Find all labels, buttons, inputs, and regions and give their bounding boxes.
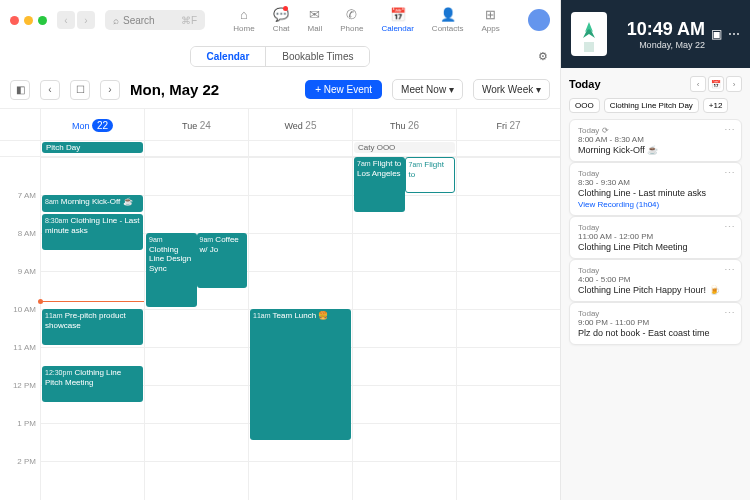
agenda-card[interactable]: ⋯ Today 4:00 - 5:00 PM Clothing Line Pit… [569, 259, 742, 302]
card-more-icon[interactable]: ⋯ [724, 307, 735, 320]
day-header[interactable]: Mon 22 [40, 109, 144, 140]
card-when: Today [578, 223, 733, 232]
agenda-card[interactable]: ⋯ Today 11:00 AM - 12:00 PM Clothing Lin… [569, 216, 742, 259]
picker-prev-button[interactable]: ‹ [40, 80, 60, 100]
agenda-chip[interactable]: Clothing Line Pitch Day [604, 98, 699, 113]
day-header[interactable]: Thu 26 [352, 109, 456, 140]
meet-now-button[interactable]: Meet Now ▾ [392, 79, 463, 100]
nav-label: Calendar [381, 24, 413, 33]
card-when: Today [578, 169, 733, 178]
card-time: 4:00 - 5:00 PM [578, 275, 733, 284]
event-time: 7am [357, 160, 371, 167]
agenda-card[interactable]: ⋯ Today 9:00 PM - 11:00 PM Plz do not bo… [569, 302, 742, 345]
calendar-event[interactable]: 8am Morning Kick-Off ☕ [42, 195, 143, 212]
widget-camera-icon[interactable]: ▣ [711, 27, 722, 41]
calendar-event[interactable]: 12:30pm Clothing Line Pitch Meeting [42, 366, 143, 402]
clock-date: Monday, May 22 [613, 40, 705, 50]
hour-label: 11 AM [0, 342, 40, 380]
allday-event[interactable]: Pitch Day [42, 142, 143, 153]
toggle-sidebar-button[interactable]: ◧ [10, 80, 30, 100]
calendar-event[interactable]: 9am Coffee w/ Jo [197, 233, 248, 288]
card-more-icon[interactable]: ⋯ [724, 221, 735, 234]
nav-contacts[interactable]: 👤Contacts [432, 7, 464, 33]
nav-mail[interactable]: ✉Mail [308, 7, 323, 33]
agenda-chip[interactable]: +12 [703, 98, 729, 113]
day-header[interactable]: Fri 27 [456, 109, 560, 140]
day-header[interactable]: Tue 24 [144, 109, 248, 140]
hour-label: 12 PM [0, 380, 40, 418]
phone-icon: ✆ [346, 7, 357, 22]
card-link[interactable]: View Recording (1h04) [578, 200, 733, 209]
hour-label: 9 AM [0, 266, 40, 304]
event-title: Team Lunch 🍔 [273, 311, 329, 320]
day-header[interactable]: Wed 25 [248, 109, 352, 140]
settings-icon[interactable]: ⚙ [538, 50, 548, 63]
calendar-event[interactable]: 9am Clothing Line Design Sync [146, 233, 197, 307]
search-shortcut: ⌘F [181, 15, 197, 26]
event-time: 9am [200, 236, 214, 243]
allday-event[interactable]: Caty OOO [354, 142, 455, 153]
widget-more-icon[interactable]: ⋯ [728, 27, 740, 41]
new-event-button[interactable]: + New Event [305, 80, 382, 99]
card-title: Clothing Line Pitch Happy Hour! 🍺 [578, 285, 733, 295]
calendar-event[interactable]: 7am Flight to Los Angeles [354, 157, 405, 212]
hour-label: 2 PM [0, 456, 40, 494]
agenda-today-label: Today [569, 78, 601, 90]
nav-calendar[interactable]: 📅Calendar [381, 7, 413, 33]
card-title: Plz do not book - East coast time [578, 328, 733, 338]
agenda-prev-button[interactable]: ‹ [690, 76, 706, 92]
picker-next-button[interactable]: › [100, 80, 120, 100]
avatar[interactable] [528, 9, 550, 31]
calendar-event[interactable]: 8:30am Clothing Line - Last minute asks [42, 214, 143, 250]
card-when: Today ⟳ [578, 126, 733, 135]
agenda-chip[interactable]: OOO [569, 98, 600, 113]
calendar-event[interactable]: 11am Team Lunch 🍔 [250, 309, 351, 440]
hour-label: 8 AM [0, 228, 40, 266]
event-time: 12:30pm [45, 369, 72, 376]
contacts-icon: 👤 [440, 7, 456, 22]
forward-button[interactable]: › [77, 11, 95, 29]
event-time: 9am [149, 236, 163, 243]
search-input[interactable]: ⌕ Search ⌘F [105, 10, 205, 30]
card-time: 8:00 AM - 8:30 AM [578, 135, 733, 144]
card-more-icon[interactable]: ⋯ [724, 167, 735, 180]
event-time: 11am [253, 312, 271, 319]
nav-label: Chat [273, 24, 290, 33]
view-mode-select[interactable]: Work Week ▾ [473, 79, 550, 100]
card-more-icon[interactable]: ⋯ [724, 264, 735, 277]
today-button[interactable]: ☐ [70, 80, 90, 100]
tab-calendar[interactable]: Calendar [191, 47, 266, 66]
back-button[interactable]: ‹ [57, 11, 75, 29]
nav-label: Mail [308, 24, 323, 33]
agenda-next-button[interactable]: › [726, 76, 742, 92]
now-indicator [41, 301, 144, 302]
home-icon: ⌂ [240, 7, 248, 22]
nav-chat[interactable]: 💬Chat [273, 7, 290, 33]
event-time: 8:30am [45, 217, 68, 224]
search-icon: ⌕ [113, 15, 119, 26]
hour-label: 10 AM [0, 304, 40, 342]
hour-label: 7 AM [0, 190, 40, 228]
date-heading: Mon, May 22 [130, 81, 219, 98]
calendar-event[interactable]: 11am Pre-pitch product showcase [42, 309, 143, 345]
hour-label: 1 PM [0, 418, 40, 456]
hour-label [0, 157, 40, 190]
event-time: 7am [409, 161, 423, 168]
card-more-icon[interactable]: ⋯ [724, 124, 735, 137]
calendar-event[interactable]: 7am Flight to [405, 157, 456, 193]
nav-apps[interactable]: ⊞Apps [481, 7, 499, 33]
agenda-calendar-button[interactable]: 📅 [708, 76, 724, 92]
agenda-card[interactable]: ⋯ Today ⟳ 8:00 AM - 8:30 AM Morning Kick… [569, 119, 742, 162]
nav-label: Apps [481, 24, 499, 33]
nav-phone[interactable]: ✆Phone [340, 7, 363, 33]
agenda-card[interactable]: ⋯ Today 8:30 - 9:30 AM Clothing Line - L… [569, 162, 742, 216]
minimize-icon[interactable] [24, 16, 33, 25]
nav-label: Phone [340, 24, 363, 33]
close-icon[interactable] [10, 16, 19, 25]
tab-bookable-times[interactable]: Bookable Times [265, 47, 369, 66]
clock-time: 10:49 AM [613, 19, 705, 40]
nav-home[interactable]: ⌂Home [233, 7, 254, 33]
window-controls[interactable] [10, 16, 47, 25]
maximize-icon[interactable] [38, 16, 47, 25]
card-title: Clothing Line - Last minute asks [578, 188, 733, 198]
